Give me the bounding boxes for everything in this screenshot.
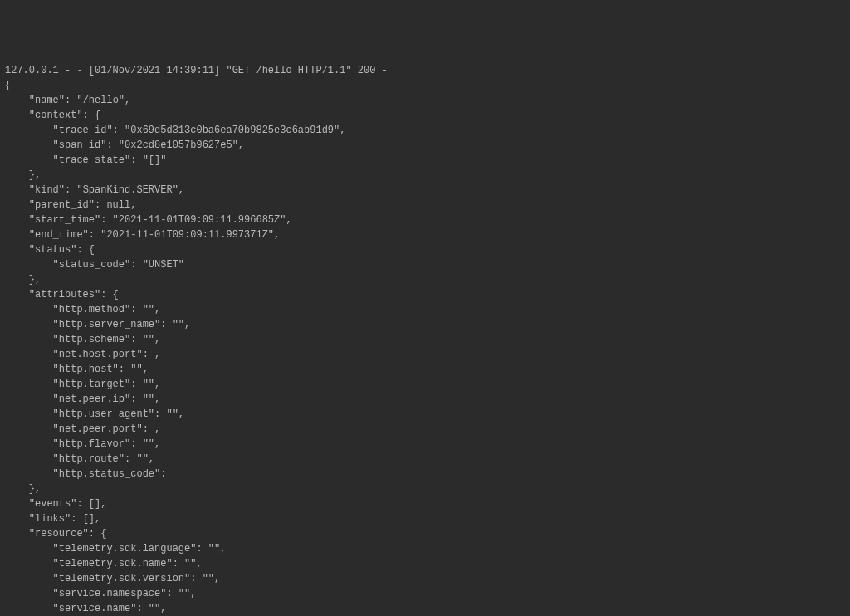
trace-state: [] <box>149 154 160 166</box>
trace-id: 0x69d5d313c0ba6ea70b9825e3c6ab91d9 <box>130 125 334 136</box>
http-log-line: 127.0.0.1 - - [01/Nov/2021 14:39:11] "GE… <box>5 65 388 76</box>
start-time: 2021-11-01T09:09:11.996685Z <box>119 214 280 226</box>
links: [] <box>83 513 95 525</box>
events: [] <box>89 498 100 510</box>
end-time: 2021-11-01T09:09:11.997371Z <box>106 229 267 241</box>
span-name: /hello <box>83 95 119 106</box>
parent-id: null <box>106 199 130 211</box>
terminal-output: 127.0.0.1 - - [01/Nov/2021 14:39:11] "GE… <box>5 63 845 616</box>
span-id: 0x2cd8e1057b9627e5 <box>125 139 232 151</box>
span-kind: SpanKind.SERVER <box>83 184 173 196</box>
status-code: UNSET <box>149 259 178 271</box>
